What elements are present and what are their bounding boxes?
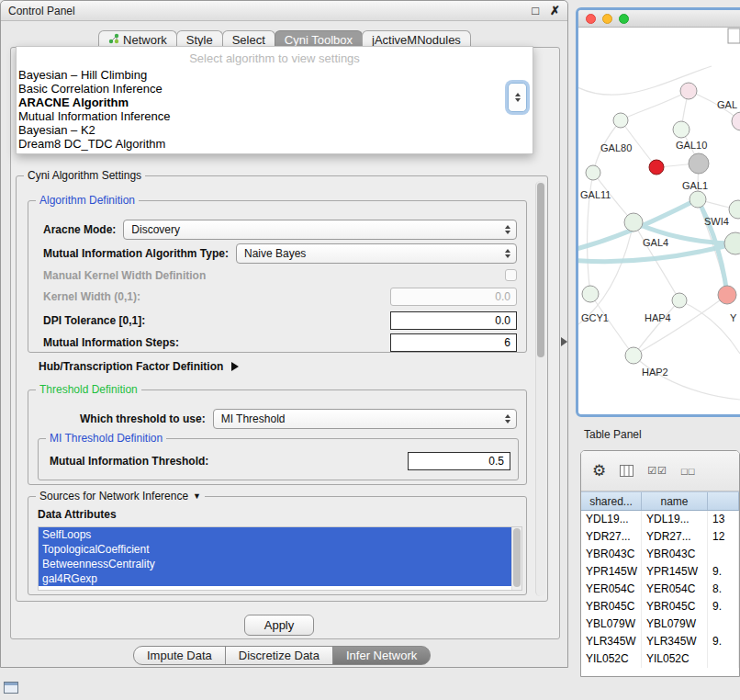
columns-icon[interactable] bbox=[620, 465, 633, 477]
node-hap4[interactable] bbox=[672, 293, 687, 308]
close-window-icon[interactable]: ✗ bbox=[550, 4, 560, 17]
cell-value: 12 bbox=[708, 528, 739, 546]
mi-threshold-definition-title-text: MI Threshold Definition bbox=[50, 432, 163, 445]
data-attributes-list[interactable]: SelfLoops TopologicalCoefficient Between… bbox=[38, 526, 522, 591]
node-gal11[interactable] bbox=[586, 165, 600, 180]
tab-infer-network[interactable]: Infer Network bbox=[332, 646, 431, 665]
cell-name: YIL052C bbox=[642, 650, 708, 668]
which-threshold-select[interactable]: MI Threshold bbox=[213, 409, 517, 429]
table-row[interactable]: YBL079W YBL079W bbox=[581, 615, 739, 633]
algorithm-option[interactable]: Basic Correlation Inference bbox=[17, 82, 533, 96]
dpi-tolerance-input[interactable]: 0.0 bbox=[390, 311, 517, 330]
cell-shared: YDL19... bbox=[581, 511, 642, 528]
list-item[interactable]: SelfLoops bbox=[39, 527, 511, 542]
threshold-definition-title-text: Threshold Definition bbox=[39, 383, 138, 396]
control-panel-titlebar[interactable]: Control Panel □ ✗ bbox=[1, 1, 567, 21]
node-gal4[interactable] bbox=[624, 213, 643, 231]
tab-impute-data[interactable]: Impute Data bbox=[133, 646, 226, 665]
column-header-shared[interactable]: shared... bbox=[581, 492, 642, 510]
mi-threshold-input[interactable]: 0.5 bbox=[408, 452, 510, 470]
node-red[interactable] bbox=[649, 160, 664, 175]
node-salmon[interactable] bbox=[718, 286, 736, 304]
node-green[interactable] bbox=[673, 121, 690, 138]
mi-type-select[interactable]: Naive Bayes bbox=[236, 243, 517, 264]
network-canvas[interactable]: GAL80 GAL10 GAL11 GAL1 SWI4 GAL4 GCY1 HA… bbox=[578, 28, 740, 414]
node-label: GAL4 bbox=[643, 237, 668, 248]
cell-name: YER054C bbox=[642, 581, 708, 598]
cell-shared: YBR043C bbox=[581, 546, 642, 563]
cell-name: YLR345W bbox=[642, 633, 708, 650]
control-panel-window: Control Panel □ ✗ Network Style Select bbox=[0, 0, 568, 668]
kernel-width-row: Kernel Width (0,1): 0.0 bbox=[43, 288, 517, 306]
algorithm-placeholder-option[interactable]: Select algorithm to view settings bbox=[17, 51, 533, 68]
hub-tf-definition-toggle[interactable]: Hub/Transcription Factor Definition bbox=[39, 360, 239, 373]
node-gal10[interactable] bbox=[689, 153, 709, 174]
close-traffic-light-icon[interactable] bbox=[586, 14, 596, 24]
tab-discretize-data[interactable]: Discretize Data bbox=[225, 646, 333, 665]
algorithm-option[interactable]: Mutual Information Inference bbox=[17, 109, 533, 123]
algorithm-option-selected[interactable]: ARACNE Algorithm bbox=[17, 96, 533, 109]
cell-shared: YBL079W bbox=[581, 615, 642, 633]
node-gcy1[interactable] bbox=[582, 286, 599, 302]
network-window-titlebar[interactable] bbox=[578, 10, 740, 28]
sources-group-title[interactable]: Sources for Network Inference ▼ bbox=[36, 490, 205, 502]
table-row[interactable]: YBR043C YBR043C bbox=[581, 546, 739, 563]
zoom-traffic-light-icon[interactable] bbox=[619, 14, 629, 24]
node-label: GAL10 bbox=[676, 140, 707, 151]
cell-name: YDL19... bbox=[642, 511, 708, 528]
tab-label: Style bbox=[186, 33, 213, 47]
settings-scrollbar[interactable] bbox=[535, 181, 545, 596]
table-row[interactable]: YIL052C YIL052C bbox=[581, 650, 739, 668]
table-row[interactable]: YER054C YER054C 8. bbox=[581, 581, 739, 598]
manual-kernel-row: Manual Kernel Width Definition bbox=[43, 268, 517, 282]
table-row[interactable]: YDR27... YDR27... 12 bbox=[581, 528, 739, 546]
float-window-icon[interactable]: □ bbox=[532, 4, 539, 17]
table-row[interactable]: YPR145W YPR145W 9. bbox=[581, 563, 739, 581]
column-header-name[interactable]: name bbox=[642, 492, 708, 510]
cyni-mode-tabs: Impute Data Discretize Data Infer Networ… bbox=[134, 646, 431, 665]
settings-scrollbar-thumb[interactable] bbox=[537, 183, 544, 357]
attributes-scrollbar[interactable] bbox=[511, 527, 521, 590]
apply-button[interactable]: Apply bbox=[244, 615, 314, 636]
tab-label: jActiveMNodules bbox=[372, 33, 461, 47]
list-item[interactable]: gal4RGexp bbox=[39, 571, 511, 586]
stepper-arrows-icon bbox=[505, 414, 510, 423]
split-pane-collapse-arrow-icon[interactable] bbox=[561, 337, 567, 346]
aracne-mode-select[interactable]: Discovery bbox=[123, 220, 517, 240]
list-item[interactable]: BetweennessCentrality bbox=[39, 557, 511, 571]
overview-box bbox=[728, 28, 740, 43]
mi-steps-input[interactable]: 6 bbox=[390, 333, 517, 352]
cell-name: YBR043C bbox=[642, 546, 708, 563]
algorithm-option[interactable]: Dream8 DC_TDC Algorithm bbox=[17, 137, 533, 151]
restore-panel-icon[interactable] bbox=[4, 682, 18, 694]
mi-type-label: Mutual Information Algorithm Type: bbox=[43, 247, 229, 260]
node-hap2[interactable] bbox=[625, 347, 642, 364]
gear-icon[interactable]: ⚙ bbox=[592, 461, 606, 480]
table-panel-title: Table Panel bbox=[584, 428, 642, 441]
select-all-icon[interactable]: ☑☑ bbox=[647, 465, 667, 477]
attributes-scrollbar-thumb[interactable] bbox=[513, 528, 521, 587]
table-row[interactable]: YBR045C YBR045C 9. bbox=[581, 598, 739, 615]
node-gal80[interactable] bbox=[613, 113, 628, 128]
node-pink[interactable] bbox=[680, 83, 697, 99]
node-big-right[interactable] bbox=[724, 232, 740, 254]
deselect-all-icon[interactable]: □□ bbox=[681, 466, 695, 477]
node-gal1[interactable] bbox=[690, 191, 706, 208]
algorithm-option[interactable]: Bayesian – K2 bbox=[17, 123, 533, 137]
algorithm-definition-title: Algorithm Definition bbox=[36, 194, 139, 207]
column-header-value[interactable] bbox=[708, 492, 739, 510]
kernel-width-label: Kernel Width (0,1): bbox=[43, 290, 140, 303]
node-label: HAP4 bbox=[645, 312, 671, 323]
hub-tf-definition-label: Hub/Transcription Factor Definition bbox=[39, 360, 223, 373]
algorithm-select-stepper-button[interactable] bbox=[508, 83, 527, 112]
table-row[interactable]: YDL19... YDL19... 13 bbox=[581, 511, 739, 528]
list-item[interactable]: TopologicalCoefficient bbox=[39, 542, 511, 557]
manual-kernel-checkbox[interactable] bbox=[505, 269, 517, 281]
node-label: GAL11 bbox=[580, 189, 611, 200]
mi-threshold-row: Mutual Information Threshold: 0.5 bbox=[50, 452, 510, 470]
minimize-traffic-light-icon[interactable] bbox=[602, 14, 612, 24]
kernel-width-input[interactable]: 0.0 bbox=[390, 288, 517, 306]
node-swi4[interactable] bbox=[729, 200, 740, 219]
table-row[interactable]: YLR345W YLR345W 9. bbox=[581, 633, 739, 650]
algorithm-option[interactable]: Bayesian – Hill Climbing bbox=[17, 68, 533, 82]
